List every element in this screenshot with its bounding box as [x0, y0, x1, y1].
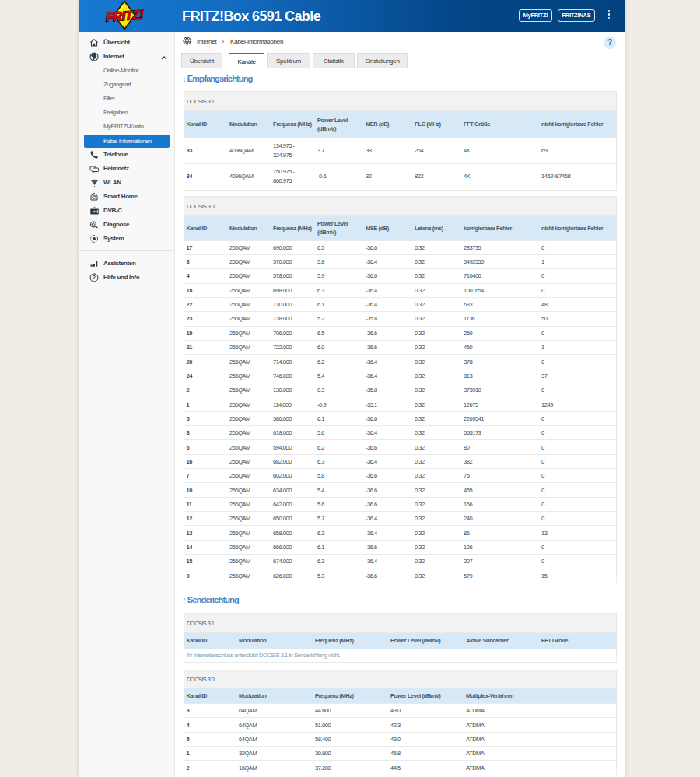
- svg-text:?: ?: [93, 275, 96, 280]
- svg-text:FRITZ!: FRITZ!: [105, 7, 145, 23]
